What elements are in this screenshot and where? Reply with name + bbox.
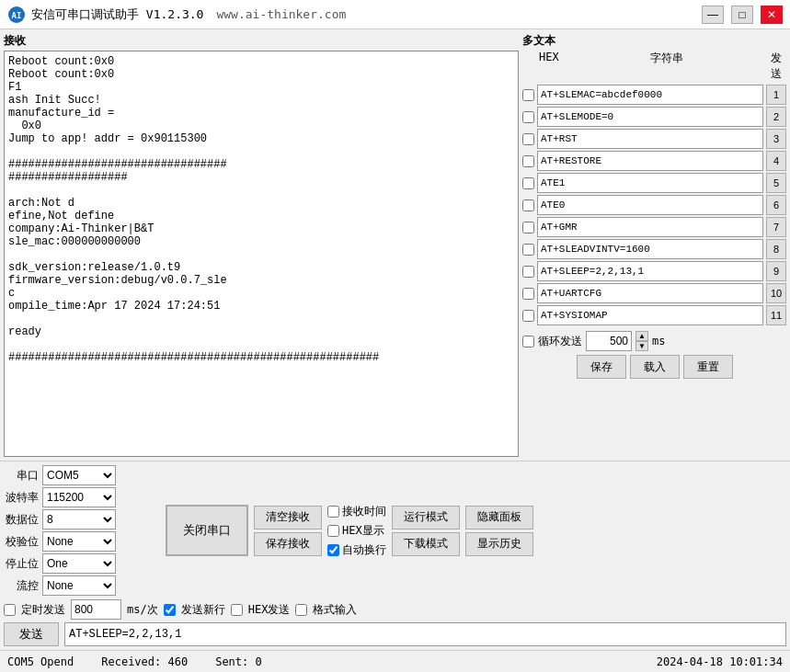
multitext-row: 6 [522,195,786,215]
title-bar-controls: — □ ✕ [702,6,783,24]
multitext-row-send-8[interactable]: 9 [766,261,786,281]
app-logo-icon: AI [7,6,26,24]
auto-newline-row: 自动换行 [327,542,386,558]
multitext-row: 1 [522,85,786,105]
hex-show-checkbox[interactable] [327,525,339,537]
multitext-row-send-5[interactable]: 6 [766,195,786,215]
hide-panel-button[interactable]: 隐藏面板 [465,506,533,530]
multitext-row-checkbox-0[interactable] [522,89,534,101]
auto-newline-checkbox[interactable] [327,544,339,556]
stop-select[interactable]: One [42,553,116,574]
load-button[interactable]: 载入 [630,355,680,379]
multitext-row-checkbox-1[interactable] [522,111,534,123]
loop-send-checkbox[interactable] [522,336,534,347]
timer-send-checkbox[interactable] [4,604,16,616]
multitext-row-checkbox-2[interactable] [522,133,534,145]
receive-btns: 清空接收 保存接收 [254,506,322,556]
multitext-row: 5 [522,173,786,193]
download-mode-button[interactable]: 下载模式 [392,532,460,556]
multitext-row-input-6[interactable] [537,217,763,237]
checkboxes-area: 接收时间 HEX显示 自动换行 [327,504,386,558]
save-button[interactable]: 保存 [577,355,626,379]
multitext-row-input-4[interactable] [537,173,763,193]
multitext-row-send-3[interactable]: 4 [766,151,786,171]
multitext-row-input-10[interactable] [537,305,763,325]
save-recv-button[interactable]: 保存接收 [254,532,322,556]
recv-time-label: 接收时间 [342,504,386,519]
loop-send-unit: ms [652,335,665,347]
receive-textarea[interactable]: Reboot count:0x0 Reboot count:0x0 F1 ash… [4,51,519,457]
loop-send-down[interactable]: ▼ [635,341,648,351]
multitext-row-checkbox-9[interactable] [522,288,534,300]
multitext-row-send-0[interactable]: 1 [766,85,786,105]
run-mode-button[interactable]: 运行模式 [392,506,460,530]
connect-button[interactable]: 关闭串口 [166,505,248,556]
multitext-row-input-2[interactable] [537,129,763,149]
recv-time-checkbox[interactable] [327,506,339,518]
reset-button[interactable]: 重置 [683,355,733,379]
multitext-row-input-5[interactable] [537,195,763,215]
multitext-panel: 多文本 HEX 字符串 发送 1 2 3 4 [522,33,786,457]
multitext-row-checkbox-5[interactable] [522,199,534,211]
multitext-action-row: 保存 载入 重置 [522,355,786,379]
multitext-row-checkbox-4[interactable] [522,177,534,189]
baud-select[interactable]: 115200 [42,487,116,507]
port-select[interactable]: COM5 [42,465,116,485]
maximize-button[interactable]: □ [731,6,753,24]
multitext-row-send-7[interactable]: 8 [766,239,786,259]
multitext-row-send-6[interactable]: 7 [766,217,786,237]
status-bar: COM5 Opend Received: 460 Sent: 0 2024-04… [0,650,790,672]
parity-select[interactable]: None [42,531,116,552]
auto-newline-label: 自动换行 [342,542,386,558]
multitext-row-checkbox-7[interactable] [522,244,534,256]
title-bar: AI 安信可串口调试助手 V1.2.3.0 www.ai-thinker.com… [0,0,790,29]
multitext-row: 3 [522,129,786,149]
multitext-row-checkbox-3[interactable] [522,155,534,167]
multitext-row: 2 [522,107,786,127]
hex-show-row: HEX显示 [327,523,386,539]
col-send-label: 发送 [766,51,786,82]
clear-recv-button[interactable]: 清空接收 [254,506,322,530]
multitext-row-input-0[interactable] [537,85,763,105]
multitext-row-send-4[interactable]: 5 [766,173,786,193]
send-row: 发送 AT+SLEEP=2,2,13,1 [4,622,786,646]
multitext-row-send-9[interactable]: 10 [766,283,786,303]
multitext-row-input-8[interactable] [537,261,763,281]
multitext-header: 多文本 [522,33,786,49]
multitext-row-input-1[interactable] [537,107,763,127]
data-row: 数据位 8 [4,509,160,530]
multitext-row-input-3[interactable] [537,151,763,171]
send-button[interactable]: 发送 [4,622,59,646]
multitext-row-send-10[interactable]: 11 [766,305,786,325]
right-btns: 隐藏面板 显示历史 [465,506,533,556]
multitext-row-input-9[interactable] [537,283,763,303]
flow-select[interactable]: None [42,575,116,596]
data-label: 数据位 [4,512,39,528]
multitext-row-send-1[interactable]: 2 [766,107,786,127]
loop-send-up[interactable]: ▲ [635,331,648,341]
main-container: 接收 Reboot count:0x0 Reboot count:0x0 F1 … [0,29,790,672]
timer-send-label: 定时发送 [21,602,65,618]
loop-send-value[interactable]: 500 [586,331,632,351]
stop-row: 停止位 One [4,553,160,574]
data-select[interactable]: 8 [42,509,116,530]
svg-text:AI: AI [12,11,22,20]
hex-send-checkbox[interactable] [231,604,243,616]
close-button[interactable]: ✕ [761,6,783,24]
multitext-row-checkbox-6[interactable] [522,222,534,233]
app-website: www.ai-thinker.com [216,7,346,21]
timer-ms-input[interactable]: 800 [71,599,121,620]
show-history-button[interactable]: 显示历史 [465,532,533,556]
parity-label: 校验位 [4,534,39,550]
format-input-checkbox[interactable] [295,604,307,616]
multitext-row-checkbox-10[interactable] [522,310,534,322]
hex-show-label: HEX显示 [342,523,384,539]
multitext-row-input-7[interactable] [537,239,763,259]
send-newline-checkbox[interactable] [164,604,176,616]
multitext-row-send-2[interactable]: 3 [766,129,786,149]
receive-label: 接收 [4,33,519,49]
format-input-label: 格式输入 [313,602,357,618]
send-text-input[interactable]: AT+SLEEP=2,2,13,1 [64,622,786,646]
minimize-button[interactable]: — [702,6,724,24]
multitext-row-checkbox-8[interactable] [522,266,534,278]
